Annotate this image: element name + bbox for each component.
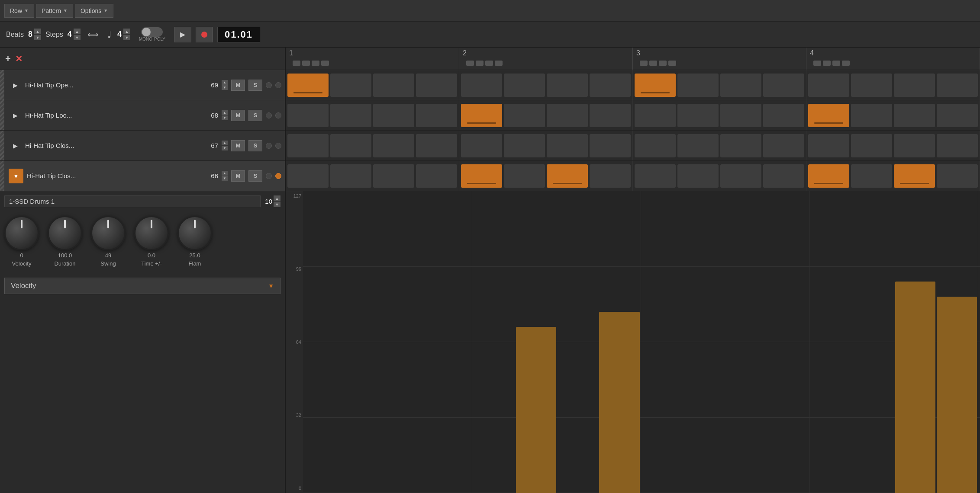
- track-num-spinner-3[interactable]: ▲ ▼: [222, 141, 228, 150]
- track-solo-btn-2[interactable]: S: [248, 110, 262, 121]
- track-num-up-3[interactable]: ▲: [222, 141, 228, 145]
- track-num-down-1[interactable]: ▼: [222, 85, 228, 90]
- knob-time_pm[interactable]: [134, 216, 169, 250]
- step-btn-1-9[interactable]: [635, 74, 676, 97]
- step-btn-1-15[interactable]: [894, 74, 935, 97]
- step-btn-2-2[interactable]: [330, 104, 371, 127]
- track-num-up-1[interactable]: ▲: [222, 80, 228, 85]
- step-btn-3-15[interactable]: [894, 134, 935, 157]
- beats-up-btn[interactable]: ▲: [34, 29, 41, 34]
- step-btn-2-16[interactable]: [937, 104, 978, 127]
- knob-duration[interactable]: [48, 216, 82, 250]
- step-btn-4-3[interactable]: [373, 164, 414, 188]
- step-btn-4-16[interactable]: [937, 164, 978, 188]
- step-btn-3-3[interactable]: [373, 134, 414, 157]
- step-btn-4-6[interactable]: [504, 164, 545, 188]
- note-down-btn[interactable]: ▼: [123, 35, 130, 40]
- step-btn-2-12[interactable]: [763, 104, 804, 127]
- track-num-spinner-4[interactable]: ▲ ▼: [222, 171, 228, 181]
- step-btn-2-3[interactable]: [373, 104, 414, 127]
- step-btn-3-6[interactable]: [504, 134, 545, 157]
- record-button[interactable]: [196, 27, 213, 42]
- step-btn-2-9[interactable]: [635, 104, 676, 127]
- step-btn-2-14[interactable]: [851, 104, 892, 127]
- track-solo-btn-1[interactable]: S: [248, 80, 262, 91]
- step-btn-2-13[interactable]: [808, 104, 849, 127]
- knob-velocity[interactable]: [4, 216, 39, 250]
- step-btn-3-10[interactable]: [677, 134, 719, 157]
- step-btn-4-1[interactable]: [287, 164, 329, 188]
- step-btn-2-10[interactable]: [677, 104, 719, 127]
- instrument-num-down[interactable]: ▼: [274, 202, 280, 207]
- track-mute-btn-1[interactable]: M: [231, 80, 245, 91]
- step-btn-4-8[interactable]: [590, 164, 631, 188]
- step-btn-4-4[interactable]: [416, 164, 457, 188]
- step-btn-4-7[interactable]: [547, 164, 588, 188]
- add-track-button[interactable]: +: [5, 53, 11, 64]
- track-num-down-4[interactable]: ▼: [222, 176, 228, 181]
- step-btn-1-11[interactable]: [720, 74, 761, 97]
- step-btn-2-8[interactable]: [590, 104, 631, 127]
- step-btn-1-14[interactable]: [851, 74, 892, 97]
- play-button[interactable]: ▶: [174, 27, 191, 42]
- step-btn-4-2[interactable]: [330, 164, 371, 188]
- step-btn-1-8[interactable]: [590, 74, 631, 97]
- remove-track-button[interactable]: ✕: [15, 54, 23, 64]
- knob-flam[interactable]: [177, 216, 212, 250]
- step-btn-1-13[interactable]: [808, 74, 849, 97]
- step-btn-3-11[interactable]: [720, 134, 761, 157]
- step-btn-4-11[interactable]: [720, 164, 761, 188]
- step-btn-1-3[interactable]: [373, 74, 414, 97]
- track-play-btn-2[interactable]: ▶: [9, 109, 22, 122]
- step-btn-3-1[interactable]: [287, 134, 329, 157]
- step-btn-1-10[interactable]: [677, 74, 719, 97]
- steps-down-btn[interactable]: ▼: [74, 35, 81, 40]
- track-num-up-2[interactable]: ▲: [222, 110, 228, 115]
- toggle-switch[interactable]: [141, 27, 163, 37]
- velocity-dropdown[interactable]: Velocity ▼: [4, 278, 280, 294]
- step-btn-3-14[interactable]: [851, 134, 892, 157]
- track-mute-btn-3[interactable]: M: [231, 140, 245, 151]
- expand-icon[interactable]: ⟺: [87, 30, 99, 39]
- steps-spinner[interactable]: ▲ ▼: [74, 29, 81, 40]
- instrument-num-spinner[interactable]: ▲ ▼: [274, 195, 280, 207]
- track-num-down-3[interactable]: ▼: [222, 146, 228, 150]
- step-btn-2-4[interactable]: [416, 104, 457, 127]
- track-play-btn-3[interactable]: ▶: [9, 139, 22, 152]
- step-btn-3-8[interactable]: [590, 134, 631, 157]
- track-num-down-2[interactable]: ▼: [222, 115, 228, 120]
- step-btn-3-16[interactable]: [937, 134, 978, 157]
- step-btn-4-14[interactable]: [851, 164, 892, 188]
- track-mute-btn-4[interactable]: M: [231, 170, 245, 182]
- step-btn-2-7[interactable]: [547, 104, 588, 127]
- step-btn-1-7[interactable]: [547, 74, 588, 97]
- track-solo-btn-3[interactable]: S: [248, 140, 262, 151]
- step-btn-4-9[interactable]: [635, 164, 676, 188]
- step-btn-4-12[interactable]: [763, 164, 804, 188]
- step-btn-1-1[interactable]: [287, 74, 329, 97]
- step-btn-3-12[interactable]: [763, 134, 804, 157]
- step-btn-4-5[interactable]: [461, 164, 502, 188]
- step-btn-1-12[interactable]: [763, 74, 804, 97]
- step-btn-2-6[interactable]: [504, 104, 545, 127]
- beats-down-btn[interactable]: ▼: [34, 35, 41, 40]
- row-menu-button[interactable]: Row ▼: [4, 4, 34, 18]
- knob-swing[interactable]: [91, 216, 126, 250]
- options-menu-button[interactable]: Options ▼: [75, 4, 113, 18]
- step-btn-3-9[interactable]: [635, 134, 676, 157]
- track-num-spinner-2[interactable]: ▲ ▼: [222, 110, 228, 120]
- step-btn-2-15[interactable]: [894, 104, 935, 127]
- note-up-btn[interactable]: ▲: [123, 29, 130, 34]
- step-btn-3-2[interactable]: [330, 134, 371, 157]
- mono-poly-toggle[interactable]: MONO POLY: [139, 27, 165, 42]
- steps-up-btn[interactable]: ▲: [74, 29, 81, 34]
- track-solo-btn-4[interactable]: S: [248, 170, 262, 182]
- beats-spinner[interactable]: ▲ ▼: [34, 29, 41, 40]
- step-btn-2-11[interactable]: [720, 104, 761, 127]
- step-btn-1-4[interactable]: [416, 74, 457, 97]
- step-btn-1-5[interactable]: [461, 74, 502, 97]
- step-btn-1-6[interactable]: [504, 74, 545, 97]
- step-btn-2-1[interactable]: [287, 104, 329, 127]
- instrument-num-up[interactable]: ▲: [274, 195, 280, 201]
- track-num-up-4[interactable]: ▲: [222, 171, 228, 176]
